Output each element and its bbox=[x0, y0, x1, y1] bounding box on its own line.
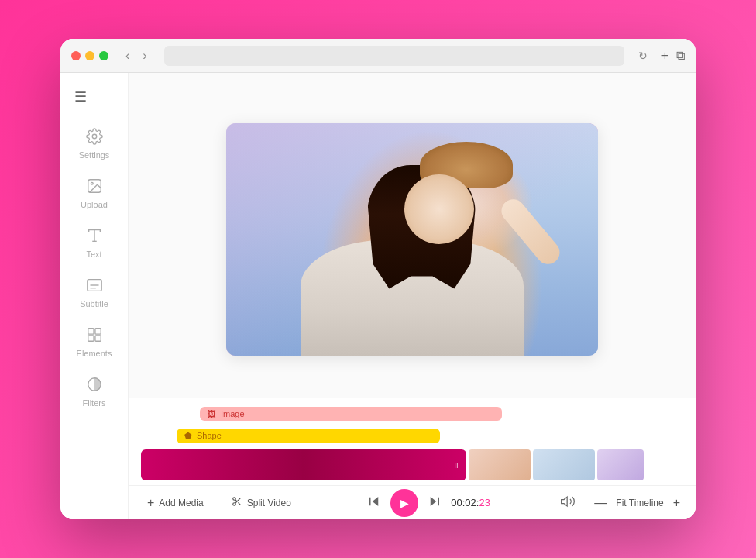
split-video-label: Split Video bbox=[247, 498, 291, 508]
video-thumbnail-3[interactable] bbox=[597, 450, 644, 480]
forward-button[interactable]: › bbox=[139, 47, 149, 64]
subtitle-icon bbox=[84, 274, 105, 296]
text-icon bbox=[84, 225, 105, 246]
play-button[interactable]: ▶ bbox=[390, 489, 418, 517]
svg-marker-18 bbox=[373, 497, 379, 506]
svg-rect-11 bbox=[94, 336, 100, 341]
svg-rect-10 bbox=[88, 336, 93, 341]
sidebar: ☰ Settings bbox=[60, 73, 129, 519]
scissors-icon bbox=[232, 496, 242, 509]
volume-button[interactable] bbox=[560, 494, 576, 512]
sidebar-item-settings[interactable]: Settings bbox=[64, 118, 125, 167]
preview-canvas bbox=[226, 123, 598, 356]
svg-point-14 bbox=[232, 503, 235, 506]
video-thumbnail-2[interactable] bbox=[533, 450, 595, 480]
fit-plus-button[interactable]: + bbox=[670, 494, 683, 512]
sidebar-item-subtitle-label: Subtitle bbox=[80, 299, 108, 308]
browser-window: ‹ › ↻ + ⧉ ☰ Settings bbox=[60, 39, 696, 519]
hamburger-button[interactable]: ☰ bbox=[68, 82, 93, 112]
svg-rect-8 bbox=[88, 329, 93, 334]
shape-track-row: ⬟ Shape bbox=[138, 426, 686, 445]
sidebar-item-elements-label: Elements bbox=[77, 349, 112, 358]
titlebar-actions: + ⧉ bbox=[662, 49, 685, 63]
video-thumbnail-1[interactable] bbox=[469, 450, 531, 480]
timecode-display: 00:02:23 bbox=[451, 497, 490, 508]
timecode-colored: 23 bbox=[479, 497, 490, 508]
duplicate-button[interactable]: ⧉ bbox=[676, 49, 685, 63]
image-track-label: Image bbox=[221, 409, 245, 418]
controls-bar: + Add Media Split Video bbox=[129, 485, 696, 519]
image-track-icon: 🖼 bbox=[208, 409, 216, 418]
playback-controls: ▶ 00:02:23 bbox=[367, 489, 490, 517]
sidebar-item-filters[interactable]: Filters bbox=[64, 366, 125, 415]
fit-timeline-label: Fit Timeline bbox=[616, 498, 663, 508]
svg-point-13 bbox=[232, 498, 235, 501]
add-media-button[interactable]: + Add Media bbox=[141, 493, 210, 513]
svg-point-2 bbox=[91, 182, 93, 184]
preview-image bbox=[226, 123, 598, 356]
traffic-lights bbox=[71, 51, 108, 60]
nav-buttons: ‹ › bbox=[122, 47, 150, 64]
add-media-plus-icon: + bbox=[147, 496, 154, 510]
svg-rect-9 bbox=[94, 329, 100, 334]
address-bar[interactable] bbox=[164, 46, 624, 66]
split-video-button[interactable]: Split Video bbox=[225, 493, 297, 512]
video-track-row bbox=[138, 448, 686, 482]
fit-minus-button[interactable]: — bbox=[591, 494, 610, 512]
browser-body: ☰ Settings bbox=[60, 73, 696, 519]
traffic-light-yellow[interactable] bbox=[85, 51, 94, 60]
new-tab-button[interactable]: + bbox=[662, 49, 668, 63]
svg-point-0 bbox=[92, 134, 97, 139]
add-media-label: Add Media bbox=[159, 498, 203, 508]
sidebar-item-text[interactable]: Text bbox=[64, 217, 125, 267]
sidebar-item-elements[interactable]: Elements bbox=[64, 316, 125, 366]
traffic-light-green[interactable] bbox=[99, 51, 108, 60]
svg-marker-20 bbox=[431, 497, 437, 506]
sidebar-item-upload[interactable]: Upload bbox=[64, 167, 125, 217]
traffic-light-red[interactable] bbox=[71, 51, 81, 60]
preview-area bbox=[129, 73, 696, 398]
image-track-row: 🖼 Image bbox=[138, 405, 686, 423]
play-icon: ▶ bbox=[400, 497, 409, 509]
back-button[interactable]: ‹ bbox=[122, 47, 132, 64]
timecode-main: 00:02: bbox=[451, 497, 479, 508]
fit-timeline-controls: — Fit Timeline + bbox=[591, 494, 683, 512]
reload-button[interactable]: ↻ bbox=[638, 50, 648, 62]
elements-icon bbox=[84, 324, 105, 346]
image-track-bar[interactable]: 🖼 Image bbox=[200, 407, 502, 421]
svg-marker-22 bbox=[562, 497, 568, 506]
upload-image-icon bbox=[84, 175, 105, 197]
sidebar-item-subtitle[interactable]: Subtitle bbox=[64, 267, 125, 316]
sidebar-item-settings-label: Settings bbox=[79, 150, 110, 160]
timeline-tracks: 🖼 Image ⬟ Shape bbox=[129, 398, 696, 485]
shape-track-icon: ⬟ bbox=[184, 431, 192, 441]
main-content: 🖼 Image ⬟ Shape bbox=[129, 73, 696, 519]
skip-back-button[interactable] bbox=[367, 494, 381, 512]
svg-line-16 bbox=[238, 502, 240, 505]
nav-divider bbox=[136, 50, 136, 62]
sidebar-item-text-label: Text bbox=[86, 250, 101, 259]
shape-track-bar[interactable]: ⬟ Shape bbox=[177, 429, 440, 443]
skip-forward-button[interactable] bbox=[428, 494, 442, 512]
gear-icon bbox=[84, 126, 105, 147]
svg-line-17 bbox=[235, 500, 236, 501]
video-segment-main[interactable] bbox=[141, 450, 466, 480]
filters-icon bbox=[84, 374, 105, 395]
figure-face bbox=[404, 174, 474, 244]
shape-track-label: Shape bbox=[197, 431, 222, 440]
timeline-area: 🖼 Image ⬟ Shape bbox=[129, 398, 696, 485]
sidebar-item-filters-label: Filters bbox=[83, 398, 106, 408]
browser-titlebar: ‹ › ↻ + ⧉ bbox=[60, 39, 696, 73]
sidebar-item-upload-label: Upload bbox=[81, 200, 108, 209]
